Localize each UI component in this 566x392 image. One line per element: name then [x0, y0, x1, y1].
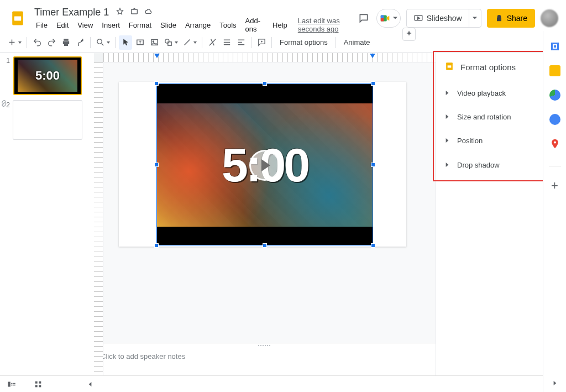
svg-rect-21 [39, 381, 41, 383]
paragraph-spacing-button[interactable] [234, 35, 248, 50]
slide-panel: 1 5:00 2 [0, 53, 94, 375]
link-icon [0, 100, 8, 109]
svg-rect-2 [132, 9, 138, 14]
menu-tools[interactable]: Tools [216, 20, 240, 30]
new-slide-button[interactable] [6, 35, 23, 50]
svg-rect-17 [11, 384, 12, 385]
menu-bar: File Edit View Insert Format Slide Arran… [32, 19, 357, 31]
video-object[interactable]: 5:00 [156, 83, 373, 245]
svg-rect-22 [35, 385, 38, 387]
svg-point-10 [153, 41, 154, 42]
select-tool[interactable] [119, 35, 132, 50]
svg-point-11 [165, 39, 169, 43]
maps-addon-icon[interactable] [549, 138, 560, 149]
slide-thumb-1[interactable]: 1 5:00 [3, 56, 91, 95]
play-icon[interactable] [249, 150, 280, 181]
user-avatar[interactable] [541, 9, 558, 27]
contacts-addon-icon[interactable] [549, 114, 560, 125]
svg-point-24 [553, 141, 555, 143]
chevron-right-icon [445, 137, 449, 145]
chevron-right-icon [445, 161, 449, 169]
share-button[interactable]: Share [487, 9, 535, 28]
undo-button[interactable] [30, 35, 44, 50]
menu-arrange[interactable]: Arrange [181, 20, 214, 30]
resize-handle[interactable] [263, 81, 267, 86]
comment-button[interactable] [255, 35, 268, 50]
slide-thumb-2[interactable]: 2 [3, 101, 91, 139]
row-label: Video playback [457, 89, 557, 97]
menu-help[interactable]: Help [269, 20, 291, 30]
speaker-notes[interactable]: Click to add speaker notes [94, 348, 436, 375]
star-icon[interactable] [116, 7, 124, 18]
ruler-horizontal[interactable] [103, 53, 436, 62]
shape-button[interactable] [162, 35, 180, 50]
menu-addons[interactable]: Add-ons [242, 15, 268, 34]
format-panel-title: Format options [460, 62, 544, 72]
bottom-bar [0, 375, 566, 392]
slide-number: 1 [3, 56, 10, 95]
filmstrip-view-button[interactable] [6, 378, 18, 390]
notes-splitter[interactable] [94, 343, 436, 348]
alignment-button[interactable] [220, 35, 233, 50]
last-edit-link[interactable]: Last edit was seconds ago [298, 17, 357, 33]
menu-slide[interactable]: Slide [156, 20, 180, 30]
print-button[interactable] [59, 35, 72, 50]
menu-view[interactable]: View [74, 20, 97, 30]
resize-handle[interactable] [371, 81, 375, 86]
calendar-addon-icon[interactable] [549, 41, 560, 52]
explore-button[interactable] [402, 28, 416, 41]
paint-format-button[interactable] [74, 35, 87, 50]
svg-point-7 [97, 39, 102, 44]
svg-rect-14 [448, 65, 452, 67]
line-button[interactable] [181, 35, 198, 50]
comments-icon[interactable] [357, 11, 371, 25]
thumb-timer-text: 5:00 [35, 69, 60, 83]
slides-logo[interactable] [8, 8, 28, 28]
ruler-vertical[interactable] [94, 62, 103, 375]
zoom-button[interactable] [94, 35, 112, 50]
title-area: Timer Example 1 File Edit View Insert Fo… [32, 6, 357, 31]
share-label: Share [507, 14, 527, 23]
slideshow-caret[interactable] [469, 9, 481, 27]
format-options-toolbar-button[interactable]: Format options [275, 35, 332, 50]
resize-handle[interactable] [154, 243, 159, 248]
add-addon-button[interactable]: + [551, 180, 558, 192]
tasks-addon-icon[interactable] [549, 90, 560, 101]
move-icon[interactable] [130, 7, 139, 18]
resize-handle[interactable] [154, 163, 159, 167]
menu-edit[interactable]: Edit [53, 20, 72, 30]
animate-button[interactable]: Animate [339, 35, 375, 50]
cloud-icon[interactable] [144, 7, 153, 18]
textbox-button[interactable] [133, 35, 146, 50]
canvas-wrap: 5:00 Click to add speaker notes [94, 53, 436, 375]
slide-canvas[interactable]: 5:00 [119, 82, 406, 247]
resize-handle[interactable] [154, 81, 159, 86]
resize-handle[interactable] [371, 163, 375, 167]
chevron-right-icon [445, 89, 449, 97]
doc-title[interactable]: Timer Example 1 [32, 6, 111, 19]
menu-format[interactable]: Format [125, 20, 155, 30]
svg-rect-16 [11, 383, 12, 384]
svg-rect-20 [35, 381, 38, 383]
side-rail: + [543, 31, 566, 392]
menu-insert[interactable]: Insert [98, 20, 124, 30]
resize-handle[interactable] [371, 243, 375, 248]
slideshow-group: Slideshow [406, 9, 481, 28]
toolbar: Format options Animate [0, 32, 566, 53]
collapse-rail-button[interactable] [553, 379, 557, 388]
resize-handle[interactable] [263, 243, 267, 248]
crop-button[interactable] [206, 35, 219, 50]
keep-addon-icon[interactable] [549, 65, 560, 76]
menu-file[interactable]: File [32, 20, 51, 30]
slideshow-label: Slideshow [427, 14, 462, 23]
chevron-right-icon [445, 113, 449, 121]
meet-button[interactable] [376, 9, 401, 28]
redo-button[interactable] [45, 35, 58, 50]
collapse-panel-button[interactable] [84, 378, 96, 390]
row-label: Size and rotation [457, 113, 557, 121]
grid-view-button[interactable] [32, 378, 44, 390]
slideshow-button[interactable]: Slideshow [407, 9, 469, 27]
main-area: 1 5:00 2 5:00 [0, 53, 566, 375]
image-button[interactable] [148, 35, 161, 50]
svg-rect-15 [8, 381, 11, 386]
